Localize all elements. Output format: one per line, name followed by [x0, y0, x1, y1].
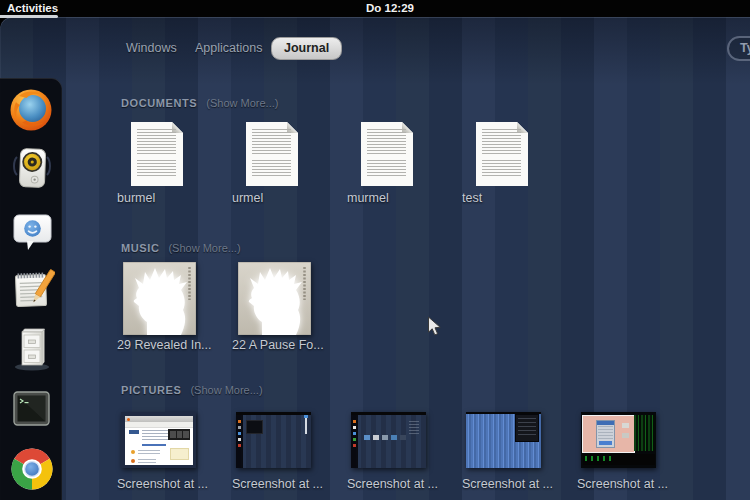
firefox-browser-icon[interactable]	[8, 87, 54, 133]
tab-applications[interactable]: Applications	[195, 41, 262, 55]
music-section-header: MUSIC (Show More...)	[121, 242, 241, 254]
item-label: Screenshot at ...	[462, 477, 577, 491]
top-bar: Activities Do 12:29	[0, 0, 750, 17]
music-row: 29 Revealed In... 22 A Pause Fo...	[117, 262, 347, 352]
tab-windows[interactable]: Windows	[126, 41, 177, 55]
chrome-browser-icon[interactable]	[9, 446, 55, 492]
item-label: 22 A Pause Fo...	[232, 338, 347, 352]
gnome-shell-overview: Activities Do 12:29 Windows Applications…	[0, 0, 750, 500]
album-art-icon	[238, 262, 311, 335]
documents-row: burmel urmel murmel test	[117, 122, 577, 205]
terminal-icon[interactable]	[13, 391, 50, 426]
pictures-show-more-link[interactable]: (Show More...)	[190, 384, 262, 396]
item-label: 29 Revealed In...	[117, 338, 232, 352]
journal-item-document[interactable]: test	[462, 122, 577, 205]
pictures-section-header: PICTURES (Show More...)	[121, 384, 263, 396]
journal-item-music[interactable]: 29 Revealed In...	[117, 262, 232, 352]
music-show-more-link[interactable]: (Show More...)	[168, 242, 240, 254]
screenshot-thumbnail-browser	[121, 412, 196, 468]
journal-item-document[interactable]: burmel	[117, 122, 232, 205]
album-art-icon	[123, 262, 196, 335]
journal-item-music[interactable]: 22 A Pause Fo...	[232, 262, 347, 352]
document-icon	[361, 122, 413, 186]
journal-item-picture[interactable]: Screenshot at ...	[232, 412, 347, 491]
item-label: test	[462, 191, 577, 205]
item-label: Screenshot at ...	[232, 477, 347, 491]
journal-item-picture[interactable]: Screenshot at ...	[117, 412, 232, 491]
screenshot-thumbnail-terminal	[581, 412, 656, 468]
item-label: Screenshot at ...	[347, 477, 462, 491]
search-input[interactable]: Ty	[727, 36, 750, 61]
clock[interactable]: Do 12:29	[355, 0, 425, 17]
item-label: Screenshot at ...	[577, 477, 692, 491]
journal-item-picture[interactable]: Screenshot at ...	[347, 412, 462, 491]
rhythmbox-music-player-icon[interactable]	[9, 146, 55, 192]
screenshot-thumbnail-shell-overview	[236, 412, 311, 468]
search-placeholder-text: Ty	[740, 41, 750, 55]
activities-active-indicator	[0, 15, 58, 18]
pictures-section-title: PICTURES	[121, 384, 181, 396]
file-cabinet-archive-icon[interactable]	[9, 325, 55, 371]
documents-section-title: DOCUMENTS	[121, 97, 197, 109]
item-label: burmel	[117, 191, 232, 205]
item-label: murmel	[347, 191, 462, 205]
screenshot-thumbnail-blue-desktop	[466, 412, 541, 468]
journal-item-document[interactable]: urmel	[232, 122, 347, 205]
pictures-row: Screenshot at ... Screenshot at ...	[117, 412, 692, 491]
item-label: Screenshot at ...	[117, 477, 232, 491]
journal-item-picture[interactable]: Screenshot at ...	[577, 412, 692, 491]
documents-show-more-link[interactable]: (Show More...)	[206, 97, 278, 109]
journal-item-document[interactable]: murmel	[347, 122, 462, 205]
document-icon	[476, 122, 528, 186]
item-label: urmel	[232, 191, 347, 205]
documents-section-header: DOCUMENTS (Show More...)	[121, 97, 278, 109]
document-icon	[246, 122, 298, 186]
music-section-title: MUSIC	[121, 242, 159, 254]
empathy-messaging-icon[interactable]	[9, 208, 55, 254]
journal-item-picture[interactable]: Screenshot at ...	[462, 412, 577, 491]
tab-journal[interactable]: Journal	[271, 37, 342, 60]
notes-editor-icon[interactable]	[9, 267, 55, 313]
screenshot-thumbnail-shell-apps	[351, 412, 426, 468]
document-icon	[131, 122, 183, 186]
